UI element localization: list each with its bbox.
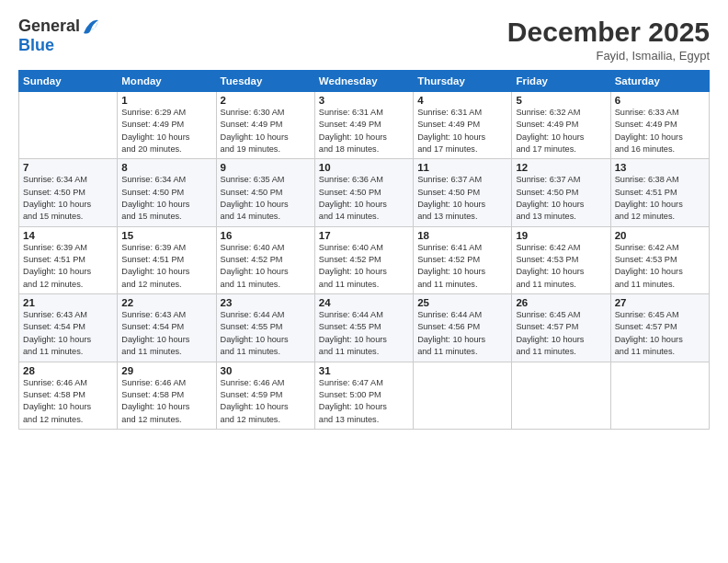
table-cell: 4Sunrise: 6:31 AM Sunset: 4:49 PM Daylig… xyxy=(414,92,512,159)
day-number: 30 xyxy=(221,365,311,376)
page: General Blue December 2025 Fayid, Ismail… xyxy=(0,0,728,563)
day-number: 7 xyxy=(23,162,113,173)
table-cell: 25Sunrise: 6:44 AM Sunset: 4:56 PM Dayli… xyxy=(414,294,512,362)
day-number: 26 xyxy=(516,297,606,308)
col-saturday: Saturday xyxy=(610,71,709,92)
table-cell xyxy=(19,92,118,159)
table-cell: 11Sunrise: 6:37 AM Sunset: 4:50 PM Dayli… xyxy=(414,159,512,226)
day-number: 29 xyxy=(121,365,211,376)
day-info: Sunrise: 6:33 AM Sunset: 4:49 PM Dayligh… xyxy=(615,107,705,155)
table-cell: 2Sunrise: 6:30 AM Sunset: 4:49 PM Daylig… xyxy=(216,92,314,159)
logo-bird-icon xyxy=(82,17,98,37)
day-info: Sunrise: 6:32 AM Sunset: 4:49 PM Dayligh… xyxy=(516,107,606,155)
day-info: Sunrise: 6:31 AM Sunset: 4:49 PM Dayligh… xyxy=(417,107,507,155)
week-row-4: 21Sunrise: 6:43 AM Sunset: 4:54 PM Dayli… xyxy=(19,294,710,362)
day-number: 14 xyxy=(23,230,113,241)
table-cell: 26Sunrise: 6:45 AM Sunset: 4:57 PM Dayli… xyxy=(512,294,610,362)
logo: General Blue xyxy=(18,17,98,55)
day-number: 31 xyxy=(319,365,409,376)
table-cell: 22Sunrise: 6:43 AM Sunset: 4:54 PM Dayli… xyxy=(118,294,216,362)
table-cell: 6Sunrise: 6:33 AM Sunset: 4:49 PM Daylig… xyxy=(610,92,709,159)
week-row-3: 14Sunrise: 6:39 AM Sunset: 4:51 PM Dayli… xyxy=(19,226,710,293)
day-number: 6 xyxy=(615,95,705,106)
day-info: Sunrise: 6:29 AM Sunset: 4:49 PM Dayligh… xyxy=(121,107,211,155)
week-row-5: 28Sunrise: 6:46 AM Sunset: 4:58 PM Dayli… xyxy=(19,362,710,429)
col-thursday: Thursday xyxy=(414,71,512,92)
day-number: 10 xyxy=(319,162,409,173)
table-cell: 27Sunrise: 6:45 AM Sunset: 4:57 PM Dayli… xyxy=(610,294,709,362)
day-info: Sunrise: 6:46 AM Sunset: 4:59 PM Dayligh… xyxy=(221,377,311,426)
week-row-2: 7Sunrise: 6:34 AM Sunset: 4:50 PM Daylig… xyxy=(19,159,710,226)
day-number: 21 xyxy=(23,297,113,308)
day-info: Sunrise: 6:34 AM Sunset: 4:50 PM Dayligh… xyxy=(23,174,113,223)
day-info: Sunrise: 6:43 AM Sunset: 4:54 PM Dayligh… xyxy=(23,309,113,358)
col-wednesday: Wednesday xyxy=(314,71,413,92)
day-number: 11 xyxy=(417,162,507,173)
day-info: Sunrise: 6:46 AM Sunset: 4:58 PM Dayligh… xyxy=(23,377,113,426)
day-number: 27 xyxy=(615,297,705,308)
table-cell: 16Sunrise: 6:40 AM Sunset: 4:52 PM Dayli… xyxy=(216,226,314,293)
day-info: Sunrise: 6:41 AM Sunset: 4:52 PM Dayligh… xyxy=(417,242,507,291)
table-cell: 18Sunrise: 6:41 AM Sunset: 4:52 PM Dayli… xyxy=(414,226,512,293)
calendar: Sunday Monday Tuesday Wednesday Thursday… xyxy=(18,70,710,430)
logo-general: General xyxy=(18,17,80,36)
day-number: 2 xyxy=(221,95,311,106)
day-number: 23 xyxy=(221,297,311,308)
day-info: Sunrise: 6:46 AM Sunset: 4:58 PM Dayligh… xyxy=(121,377,211,426)
table-cell: 17Sunrise: 6:40 AM Sunset: 4:52 PM Dayli… xyxy=(314,226,413,293)
col-sunday: Sunday xyxy=(19,71,118,92)
day-info: Sunrise: 6:37 AM Sunset: 4:50 PM Dayligh… xyxy=(417,174,507,223)
table-cell: 19Sunrise: 6:42 AM Sunset: 4:53 PM Dayli… xyxy=(512,226,610,293)
day-info: Sunrise: 6:31 AM Sunset: 4:49 PM Dayligh… xyxy=(319,107,409,155)
day-info: Sunrise: 6:40 AM Sunset: 4:52 PM Dayligh… xyxy=(221,242,311,291)
day-info: Sunrise: 6:43 AM Sunset: 4:54 PM Dayligh… xyxy=(121,309,211,358)
day-number: 3 xyxy=(319,95,409,106)
day-info: Sunrise: 6:42 AM Sunset: 4:53 PM Dayligh… xyxy=(615,242,705,291)
table-cell: 24Sunrise: 6:44 AM Sunset: 4:55 PM Dayli… xyxy=(314,294,413,362)
day-number: 24 xyxy=(319,297,409,308)
table-cell: 14Sunrise: 6:39 AM Sunset: 4:51 PM Dayli… xyxy=(19,226,118,293)
day-number: 9 xyxy=(221,162,311,173)
location: Fayid, Ismailia, Egypt xyxy=(507,49,710,63)
col-tuesday: Tuesday xyxy=(216,71,314,92)
day-number: 28 xyxy=(23,365,113,376)
day-info: Sunrise: 6:44 AM Sunset: 4:56 PM Dayligh… xyxy=(417,309,507,358)
table-cell: 30Sunrise: 6:46 AM Sunset: 4:59 PM Dayli… xyxy=(216,362,314,429)
day-number: 22 xyxy=(121,297,211,308)
day-number: 13 xyxy=(615,162,705,173)
table-cell: 10Sunrise: 6:36 AM Sunset: 4:50 PM Dayli… xyxy=(314,159,413,226)
table-cell: 29Sunrise: 6:46 AM Sunset: 4:58 PM Dayli… xyxy=(118,362,216,429)
table-cell: 1Sunrise: 6:29 AM Sunset: 4:49 PM Daylig… xyxy=(118,92,216,159)
table-cell: 31Sunrise: 6:47 AM Sunset: 5:00 PM Dayli… xyxy=(314,362,413,429)
day-info: Sunrise: 6:40 AM Sunset: 4:52 PM Dayligh… xyxy=(319,242,409,291)
table-cell: 12Sunrise: 6:37 AM Sunset: 4:50 PM Dayli… xyxy=(512,159,610,226)
day-info: Sunrise: 6:45 AM Sunset: 4:57 PM Dayligh… xyxy=(615,309,705,358)
table-cell: 9Sunrise: 6:35 AM Sunset: 4:50 PM Daylig… xyxy=(216,159,314,226)
day-number: 1 xyxy=(121,95,211,106)
day-info: Sunrise: 6:44 AM Sunset: 4:55 PM Dayligh… xyxy=(319,309,409,358)
day-info: Sunrise: 6:30 AM Sunset: 4:49 PM Dayligh… xyxy=(221,107,311,155)
month-title: December 2025 xyxy=(507,17,710,47)
day-number: 18 xyxy=(417,230,507,241)
day-number: 20 xyxy=(615,230,705,241)
table-cell: 28Sunrise: 6:46 AM Sunset: 4:58 PM Dayli… xyxy=(19,362,118,429)
col-monday: Monday xyxy=(118,71,216,92)
day-info: Sunrise: 6:44 AM Sunset: 4:55 PM Dayligh… xyxy=(221,309,311,358)
table-cell: 13Sunrise: 6:38 AM Sunset: 4:51 PM Dayli… xyxy=(610,159,709,226)
day-info: Sunrise: 6:37 AM Sunset: 4:50 PM Dayligh… xyxy=(516,174,606,223)
table-cell: 23Sunrise: 6:44 AM Sunset: 4:55 PM Dayli… xyxy=(216,294,314,362)
day-number: 25 xyxy=(417,297,507,308)
day-number: 12 xyxy=(516,162,606,173)
day-number: 19 xyxy=(516,230,606,241)
table-cell: 7Sunrise: 6:34 AM Sunset: 4:50 PM Daylig… xyxy=(19,159,118,226)
day-info: Sunrise: 6:45 AM Sunset: 4:57 PM Dayligh… xyxy=(516,309,606,358)
table-cell: 21Sunrise: 6:43 AM Sunset: 4:54 PM Dayli… xyxy=(19,294,118,362)
week-row-1: 1Sunrise: 6:29 AM Sunset: 4:49 PM Daylig… xyxy=(19,92,710,159)
day-info: Sunrise: 6:38 AM Sunset: 4:51 PM Dayligh… xyxy=(615,174,705,223)
table-cell: 15Sunrise: 6:39 AM Sunset: 4:51 PM Dayli… xyxy=(118,226,216,293)
col-friday: Friday xyxy=(512,71,610,92)
day-info: Sunrise: 6:35 AM Sunset: 4:50 PM Dayligh… xyxy=(221,174,311,223)
weekday-header-row: Sunday Monday Tuesday Wednesday Thursday… xyxy=(19,71,710,92)
day-number: 16 xyxy=(221,230,311,241)
day-info: Sunrise: 6:42 AM Sunset: 4:53 PM Dayligh… xyxy=(516,242,606,291)
